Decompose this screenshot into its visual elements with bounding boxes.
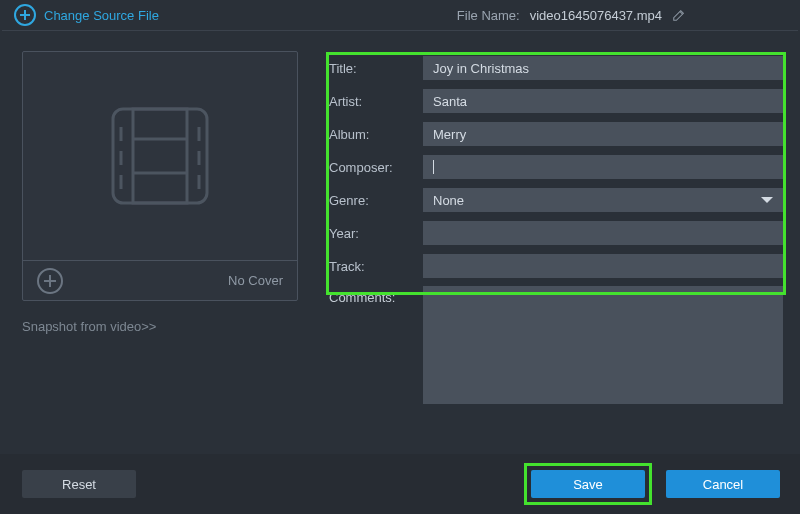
label-genre: Genre: xyxy=(329,193,423,208)
input-artist[interactable] xyxy=(423,89,783,113)
row-artist: Artist: xyxy=(329,88,783,114)
label-album: Album: xyxy=(329,127,423,142)
chevron-down-icon xyxy=(761,197,773,203)
select-genre-value: None xyxy=(433,193,464,208)
add-cover-button[interactable] xyxy=(37,268,63,294)
file-name-value: video1645076437.mp4 xyxy=(530,8,662,23)
reset-button[interactable]: Reset xyxy=(22,470,136,498)
row-genre: Genre: None xyxy=(329,187,783,213)
row-year: Year: xyxy=(329,220,783,246)
input-comments[interactable] xyxy=(423,286,783,404)
label-comments: Comments: xyxy=(329,286,423,305)
input-title[interactable] xyxy=(423,56,783,80)
row-title: Title: xyxy=(329,55,783,81)
plus-circle-icon xyxy=(14,4,36,26)
select-genre[interactable]: None xyxy=(423,188,783,212)
no-cover-label: No Cover xyxy=(228,273,283,288)
input-track[interactable] xyxy=(423,254,783,278)
save-button[interactable]: Save xyxy=(531,470,645,498)
cover-placeholder xyxy=(23,52,297,260)
file-name-display: File Name: video1645076437.mp4 xyxy=(457,8,786,23)
film-icon xyxy=(105,101,215,211)
pencil-icon xyxy=(672,8,686,22)
file-name-label: File Name: xyxy=(457,8,520,23)
bottom-bar: Reset Save Cancel xyxy=(0,454,800,514)
svg-rect-0 xyxy=(113,109,207,203)
main-area: No Cover Snapshot from video>> Title: Ar… xyxy=(0,31,800,441)
text-cursor xyxy=(433,160,434,174)
top-bar: Change Source File File Name: video16450… xyxy=(0,0,800,30)
save-highlight-box: Save xyxy=(524,463,652,505)
label-artist: Artist: xyxy=(329,94,423,109)
change-source-label: Change Source File xyxy=(44,8,159,23)
row-composer: Composer: xyxy=(329,154,783,180)
row-track: Track: xyxy=(329,253,783,279)
label-title: Title: xyxy=(329,61,423,76)
label-composer: Composer: xyxy=(329,160,423,175)
input-composer[interactable] xyxy=(423,155,783,179)
cover-footer: No Cover xyxy=(23,260,297,300)
input-year[interactable] xyxy=(423,221,783,245)
row-album: Album: xyxy=(329,121,783,147)
label-track: Track: xyxy=(329,259,423,274)
edit-filename-button[interactable] xyxy=(672,8,686,22)
svg-rect-1 xyxy=(133,109,187,203)
metadata-form: Title: Artist: Album: Composer: Genre: N… xyxy=(329,55,783,404)
cancel-button[interactable]: Cancel xyxy=(666,470,780,498)
label-year: Year: xyxy=(329,226,423,241)
row-comments: Comments: xyxy=(329,286,783,404)
cover-panel: No Cover xyxy=(22,51,298,301)
change-source-button[interactable]: Change Source File xyxy=(14,4,159,26)
input-album[interactable] xyxy=(423,122,783,146)
